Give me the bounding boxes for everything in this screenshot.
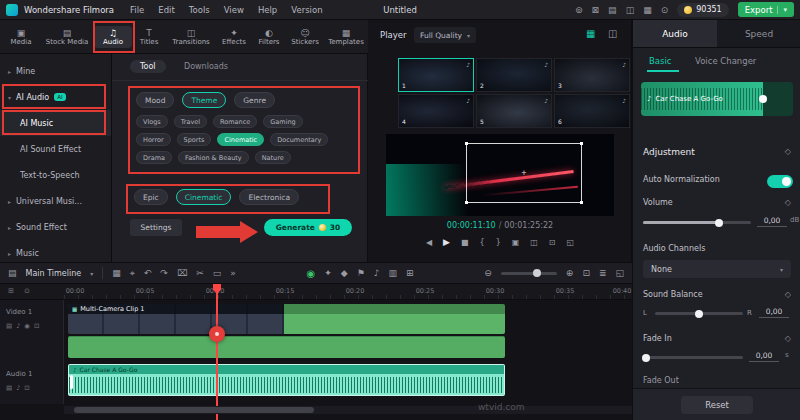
device-switch-icon[interactable]: ◫ [626,5,635,15]
voiceover-icon[interactable]: ♪ [374,268,380,278]
tag-cinematic[interactable]: Cinematic [217,133,264,146]
sidebar-item-universal-music[interactable]: ▸ Universal Musi... [0,188,111,214]
quality-dropdown[interactable]: Full Quality ▾ [414,27,476,43]
camera-button[interactable]: ⊡ [549,238,556,247]
subtab-voice-changer[interactable]: Voice Changer [695,56,756,66]
message-icon[interactable]: ⊙ [661,5,669,15]
sidebar-item-sound-effect[interactable]: ▸ Sound Effect [0,214,111,240]
ai-portrait-icon[interactable]: ◉ [307,268,316,279]
mute-speaker-icon[interactable]: ♪ [622,97,626,104]
tag-fashion-beauty[interactable]: Fashion & Beauty [178,151,249,164]
menu-file[interactable]: File [130,5,144,15]
lock-track-icon[interactable]: ⊡ [34,322,39,330]
category-genre[interactable]: Genre [234,92,275,108]
mute-track-icon[interactable]: ♪ [16,322,20,330]
export-button[interactable]: Export ▾ [738,2,794,17]
transform-handle[interactable] [580,201,583,204]
video-clip-color-segment[interactable] [284,304,505,334]
tag-gaming[interactable]: Gaming [263,115,302,128]
track-manager-icon[interactable]: ≣ [599,268,607,278]
timeline-mode-icon[interactable]: ▤ [8,268,17,278]
notification-bell-icon[interactable]: ⊚ [575,5,583,15]
tab-titles[interactable]: T Titles [132,28,166,46]
audio-clip[interactable]: ♪ Car Chase A Go-Go [68,364,505,396]
auto-normalization-toggle[interactable] [767,175,793,188]
tag-vlogs[interactable]: Vlogs [136,115,168,128]
audio-mixer-icon[interactable]: ⊞ [406,268,414,278]
tab-speed-properties[interactable]: Speed [717,20,800,48]
tab-audio-properties[interactable]: Audio [633,20,717,48]
export-options-chevron-icon[interactable]: ▾ [777,6,787,14]
tab-stock-media[interactable]: ▤ Stock Media [40,28,94,46]
crop-icon[interactable]: ▭ [213,268,222,278]
fade-in-slider[interactable] [643,356,743,359]
marker-icon[interactable]: ⚑ [357,268,365,278]
mute-speaker-icon[interactable]: ♪ [544,61,548,68]
select-tool-icon[interactable]: ⌖ [130,268,135,279]
subtab-basic[interactable]: Basic [649,56,672,66]
tag-drama[interactable]: Drama [136,151,172,164]
mark-out-button[interactable]: } [496,238,501,247]
keyframe-diamond-icon[interactable]: ◇ [785,334,791,343]
track-options-icon[interactable]: ▤ [6,322,12,330]
preview-viewport[interactable]: + [386,134,614,216]
menu-tools[interactable]: Tools [189,5,210,15]
multicam-view-icon[interactable]: ▦ [586,28,595,39]
sound-balance-slider[interactable] [655,312,743,315]
camera-angle-3[interactable]: 3 ♪ [554,58,630,92]
tab-media[interactable]: ▣ Media [2,28,40,46]
audio-clip-card[interactable]: ♪ Car Chase A Go-Go [641,82,793,116]
video-clip-track2[interactable] [68,336,505,358]
tab-effects[interactable]: ✦ Effects [216,28,252,46]
audio-channels-dropdown[interactable]: None ▾ [643,260,791,278]
tab-transitions[interactable]: ◫ Transitions [166,28,216,46]
tab-filters[interactable]: ◐ Filters [252,28,286,46]
keyframe-diamond-icon[interactable]: ◇ [785,147,791,156]
category-theme[interactable]: Theme [182,92,226,108]
tab-audio[interactable]: ♫ Audio [94,26,132,48]
mute-speaker-icon[interactable]: ♪ [544,97,548,104]
menu-edit[interactable]: Edit [158,5,174,15]
tag-romance[interactable]: Romance [213,115,257,128]
tab-stickers[interactable]: ☺ Stickers [286,28,324,46]
previous-frame-button[interactable]: ◀ [426,238,432,247]
hide-track-icon[interactable]: ◉ [24,322,30,330]
style-electronica[interactable]: Electronica [239,189,299,205]
timeline-scrollbar[interactable] [64,406,632,414]
tag-travel[interactable]: Travel [174,115,207,128]
menu-help[interactable]: Help [258,5,277,15]
tutorial-icon[interactable]: ▤ [608,5,617,15]
expand-timeline-icon[interactable]: ◱ [615,268,624,278]
lock-track-icon[interactable]: ⊡ [24,384,29,392]
tab-templates[interactable]: ▦ Templates [324,28,368,46]
style-cinematic[interactable]: Cinematic [176,189,232,205]
mute-speaker-icon[interactable]: ♪ [622,61,626,68]
multicamera-clip[interactable]: ▦ Multi-Camera Clip 1 [68,304,284,334]
track-options-icon[interactable]: ▤ [6,384,12,392]
zoom-out-icon[interactable]: ⊖ [484,268,492,278]
camera-angle-5[interactable]: 5 ♪ [476,94,552,128]
timeline-zoom-slider[interactable] [501,272,557,275]
sound-balance-value[interactable]: 0,00 [759,305,789,318]
playhead-line[interactable] [216,284,218,420]
reset-button[interactable]: Reset [681,396,753,414]
coin-balance[interactable]: 90351 [677,3,728,17]
second-screen-button[interactable]: ◫ [530,238,538,247]
sidebar-item-ai-audio[interactable]: ▾ AI Audio AI [0,84,111,110]
keyframe-icon[interactable]: ◆ [341,268,348,278]
sidebar-item-ai-music[interactable]: AI Music [0,110,111,136]
redo-icon[interactable]: ↷ [160,268,168,278]
camera-angle-6[interactable]: 6 ♪ [554,94,630,128]
link-clips-icon[interactable]: ⊞ [8,287,14,295]
mute-track-icon[interactable]: ♪ [16,384,20,392]
stop-button[interactable]: ■ [461,238,469,247]
sidebar-item-text-to-speech[interactable]: Text-to-Speech [0,162,111,188]
scrollbar-thumb[interactable] [74,407,314,413]
style-epic[interactable]: Epic [134,189,168,205]
tag-nature[interactable]: Nature [255,151,291,164]
fit-timeline-icon[interactable]: ⊡ [582,268,590,278]
generate-button[interactable]: Generate 30 [264,219,352,236]
play-button[interactable]: ▶ [443,237,450,247]
layout-icon[interactable]: ▦ [643,5,652,15]
mute-speaker-icon[interactable]: ♪ [466,61,470,68]
